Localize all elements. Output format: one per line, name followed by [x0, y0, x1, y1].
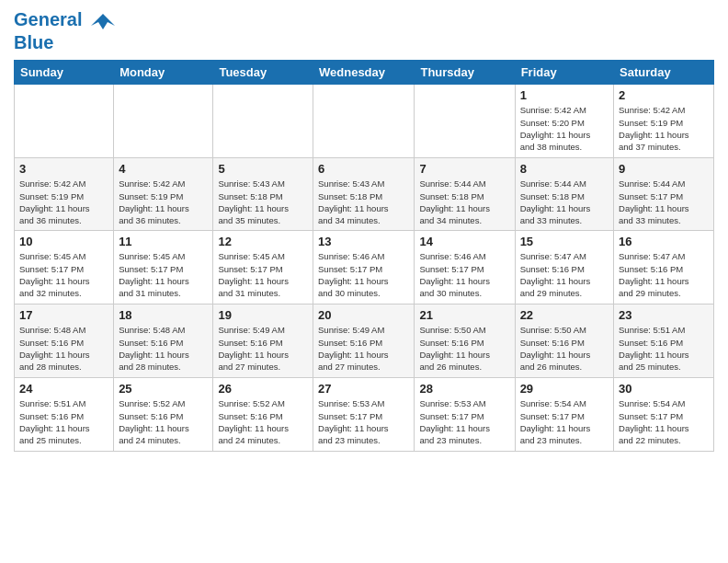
day-info: Sunrise: 5:42 AM Sunset: 5:19 PM Dayligh…	[119, 178, 208, 226]
calendar-cell: 9Sunrise: 5:44 AM Sunset: 5:17 PM Daylig…	[614, 158, 714, 231]
day-info: Sunrise: 5:54 AM Sunset: 5:17 PM Dayligh…	[520, 397, 609, 446]
calendar-cell: 2Sunrise: 5:42 AM Sunset: 5:19 PM Daylig…	[614, 85, 714, 158]
calendar-cell	[114, 85, 213, 158]
day-number: 25	[119, 382, 208, 396]
logo-line2: Blue	[14, 32, 117, 52]
day-info: Sunrise: 5:46 AM Sunset: 5:17 PM Dayligh…	[318, 250, 409, 299]
day-number: 11	[119, 235, 208, 248]
logo-bird-icon	[89, 9, 117, 32]
weekday-header: Wednesday	[313, 61, 415, 85]
logo-text-block: General Blue	[14, 9, 117, 52]
day-number: 1	[520, 88, 609, 102]
day-number: 30	[619, 382, 709, 396]
day-number: 19	[218, 308, 308, 322]
calendar-cell	[313, 85, 415, 158]
day-info: Sunrise: 5:53 AM Sunset: 5:17 PM Dayligh…	[419, 397, 509, 446]
calendar-cell: 10Sunrise: 5:45 AM Sunset: 5:17 PM Dayli…	[15, 231, 114, 304]
calendar-cell	[15, 85, 114, 158]
weekday-header: Monday	[114, 61, 213, 85]
calendar-header-row: SundayMondayTuesdayWednesdayThursdayFrid…	[15, 61, 714, 85]
day-number: 2	[619, 88, 709, 102]
day-info: Sunrise: 5:44 AM Sunset: 5:18 PM Dayligh…	[520, 178, 609, 226]
day-number: 28	[419, 382, 509, 396]
day-number: 23	[619, 308, 709, 322]
day-number: 22	[520, 308, 609, 322]
calendar-cell: 30Sunrise: 5:54 AM Sunset: 5:17 PM Dayli…	[614, 378, 714, 452]
calendar-week-row: 10Sunrise: 5:45 AM Sunset: 5:17 PM Dayli…	[15, 231, 714, 304]
day-info: Sunrise: 5:47 AM Sunset: 5:16 PM Dayligh…	[520, 250, 609, 299]
calendar-cell: 4Sunrise: 5:42 AM Sunset: 5:19 PM Daylig…	[114, 158, 213, 231]
day-number: 6	[318, 162, 409, 176]
calendar-cell: 25Sunrise: 5:52 AM Sunset: 5:16 PM Dayli…	[114, 378, 213, 452]
calendar-cell: 22Sunrise: 5:50 AM Sunset: 5:16 PM Dayli…	[515, 304, 613, 378]
day-info: Sunrise: 5:42 AM Sunset: 5:20 PM Dayligh…	[520, 104, 609, 153]
day-info: Sunrise: 5:51 AM Sunset: 5:16 PM Dayligh…	[19, 397, 108, 446]
calendar-cell: 19Sunrise: 5:49 AM Sunset: 5:16 PM Dayli…	[213, 304, 313, 378]
day-info: Sunrise: 5:45 AM Sunset: 5:17 PM Dayligh…	[119, 250, 208, 299]
day-info: Sunrise: 5:44 AM Sunset: 5:17 PM Dayligh…	[619, 178, 709, 226]
day-number: 7	[419, 162, 509, 176]
day-info: Sunrise: 5:52 AM Sunset: 5:16 PM Dayligh…	[119, 397, 208, 446]
day-number: 8	[520, 162, 609, 176]
calendar-cell: 18Sunrise: 5:48 AM Sunset: 5:16 PM Dayli…	[114, 304, 213, 378]
day-number: 13	[318, 235, 409, 248]
calendar-cell	[415, 85, 515, 158]
calendar-cell: 12Sunrise: 5:45 AM Sunset: 5:17 PM Dayli…	[213, 231, 313, 304]
weekday-header: Friday	[515, 61, 613, 85]
day-info: Sunrise: 5:48 AM Sunset: 5:16 PM Dayligh…	[119, 324, 208, 373]
calendar-cell: 6Sunrise: 5:43 AM Sunset: 5:18 PM Daylig…	[313, 158, 415, 231]
day-number: 26	[218, 382, 308, 396]
calendar-cell: 13Sunrise: 5:46 AM Sunset: 5:17 PM Dayli…	[313, 231, 415, 304]
day-info: Sunrise: 5:47 AM Sunset: 5:16 PM Dayligh…	[619, 250, 709, 299]
day-info: Sunrise: 5:49 AM Sunset: 5:16 PM Dayligh…	[318, 324, 409, 373]
calendar-cell: 27Sunrise: 5:53 AM Sunset: 5:17 PM Dayli…	[313, 378, 415, 452]
calendar-cell	[213, 85, 313, 158]
day-number: 15	[520, 235, 609, 248]
weekday-header: Sunday	[15, 61, 114, 85]
calendar-cell: 20Sunrise: 5:49 AM Sunset: 5:16 PM Dayli…	[313, 304, 415, 378]
day-info: Sunrise: 5:43 AM Sunset: 5:18 PM Dayligh…	[218, 178, 308, 226]
day-info: Sunrise: 5:45 AM Sunset: 5:17 PM Dayligh…	[19, 250, 108, 299]
calendar-cell: 11Sunrise: 5:45 AM Sunset: 5:17 PM Dayli…	[114, 231, 213, 304]
day-number: 16	[619, 235, 709, 248]
day-number: 5	[218, 162, 308, 176]
day-info: Sunrise: 5:42 AM Sunset: 5:19 PM Dayligh…	[19, 178, 108, 226]
day-number: 18	[119, 308, 208, 322]
day-info: Sunrise: 5:49 AM Sunset: 5:16 PM Dayligh…	[218, 324, 308, 373]
day-info: Sunrise: 5:54 AM Sunset: 5:17 PM Dayligh…	[619, 397, 709, 446]
calendar-cell: 1Sunrise: 5:42 AM Sunset: 5:20 PM Daylig…	[515, 85, 613, 158]
day-number: 27	[318, 382, 409, 396]
weekday-header: Saturday	[614, 61, 714, 85]
day-number: 10	[19, 235, 108, 248]
svg-marker-0	[91, 14, 115, 29]
calendar-week-row: 24Sunrise: 5:51 AM Sunset: 5:16 PM Dayli…	[15, 378, 714, 452]
calendar-cell: 21Sunrise: 5:50 AM Sunset: 5:16 PM Dayli…	[415, 304, 515, 378]
day-info: Sunrise: 5:50 AM Sunset: 5:16 PM Dayligh…	[520, 324, 609, 373]
day-number: 29	[520, 382, 609, 396]
day-number: 20	[318, 308, 409, 322]
calendar-cell: 16Sunrise: 5:47 AM Sunset: 5:16 PM Dayli…	[614, 231, 714, 304]
day-number: 12	[218, 235, 308, 248]
calendar-cell: 29Sunrise: 5:54 AM Sunset: 5:17 PM Dayli…	[515, 378, 613, 452]
weekday-header: Tuesday	[213, 61, 313, 85]
day-number: 17	[19, 308, 108, 322]
calendar-cell: 15Sunrise: 5:47 AM Sunset: 5:16 PM Dayli…	[515, 231, 613, 304]
day-number: 21	[419, 308, 509, 322]
calendar-cell: 7Sunrise: 5:44 AM Sunset: 5:18 PM Daylig…	[415, 158, 515, 231]
day-number: 4	[119, 162, 208, 176]
calendar-cell: 3Sunrise: 5:42 AM Sunset: 5:19 PM Daylig…	[15, 158, 114, 231]
day-info: Sunrise: 5:53 AM Sunset: 5:17 PM Dayligh…	[318, 397, 409, 446]
calendar-cell: 17Sunrise: 5:48 AM Sunset: 5:16 PM Dayli…	[15, 304, 114, 378]
day-info: Sunrise: 5:44 AM Sunset: 5:18 PM Dayligh…	[419, 178, 509, 226]
calendar-table: SundayMondayTuesdayWednesdayThursdayFrid…	[14, 60, 714, 452]
calendar-cell: 24Sunrise: 5:51 AM Sunset: 5:16 PM Dayli…	[15, 378, 114, 452]
day-info: Sunrise: 5:42 AM Sunset: 5:19 PM Dayligh…	[619, 104, 709, 153]
calendar-cell: 5Sunrise: 5:43 AM Sunset: 5:18 PM Daylig…	[213, 158, 313, 231]
day-info: Sunrise: 5:51 AM Sunset: 5:16 PM Dayligh…	[619, 324, 709, 373]
weekday-header: Thursday	[415, 61, 515, 85]
day-info: Sunrise: 5:50 AM Sunset: 5:16 PM Dayligh…	[419, 324, 509, 373]
day-number: 3	[19, 162, 108, 176]
calendar-cell: 26Sunrise: 5:52 AM Sunset: 5:16 PM Dayli…	[213, 378, 313, 452]
header: General Blue	[14, 9, 714, 52]
day-number: 24	[19, 382, 108, 396]
